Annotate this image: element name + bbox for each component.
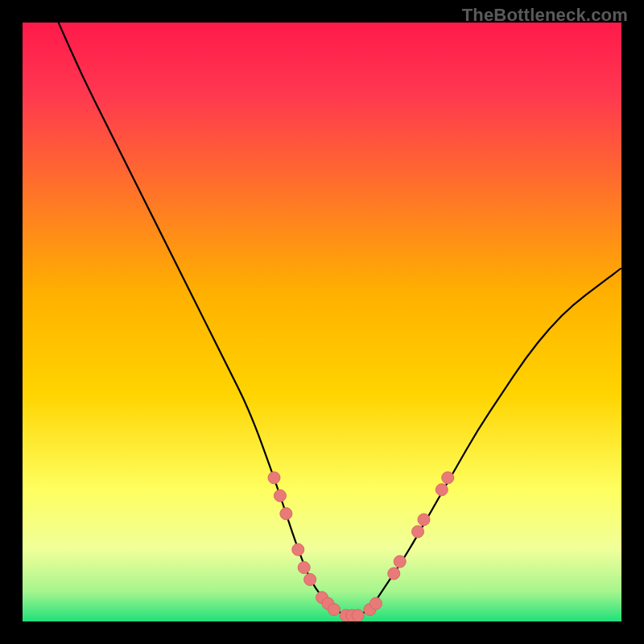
data-marker [274, 489, 286, 502]
data-marker [442, 472, 454, 484]
data-marker [394, 555, 406, 568]
data-marker [436, 484, 448, 496]
gradient-background [23, 23, 621, 621]
chart-svg [23, 23, 621, 621]
plot-area [23, 23, 621, 621]
data-marker [388, 568, 400, 580]
data-marker [280, 508, 292, 520]
data-marker [298, 562, 310, 574]
chart-container: TheBottleneck.com [0, 0, 644, 644]
data-marker [418, 514, 430, 526]
data-marker [369, 597, 382, 609]
data-marker [328, 604, 340, 616]
data-marker [292, 543, 304, 555]
data-marker [268, 472, 280, 484]
data-marker [352, 609, 364, 621]
data-marker [412, 526, 424, 538]
data-marker [304, 573, 316, 585]
